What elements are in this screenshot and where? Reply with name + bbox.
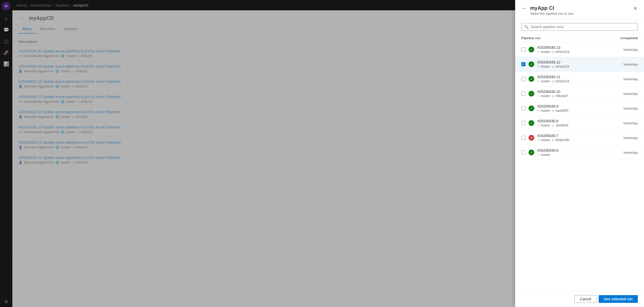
modal-close-button[interactable]: ✕ (633, 10, 638, 12)
run-list-item[interactable]: ✓ ✓ #20200430.12 ⑂ master ◇ b43a1516 Yes… (515, 57, 644, 72)
modal-overlay: ← myApp CI Select the pipeline run to us… (12, 10, 644, 307)
run-checkbox[interactable] (521, 92, 525, 96)
run-info: #20200430.8 ⑂ master ◇ 16ef49c9 (537, 119, 609, 127)
search-box: 🔍 (521, 23, 638, 31)
run-list-item[interactable]: ✓ #20200430.6 ⑂ master Yesterday (515, 145, 644, 160)
run-branch: master (541, 94, 550, 98)
run-meta: ⑂ master ◇ b43a1516 (537, 79, 609, 83)
run-number: #20200430.6 (537, 148, 609, 152)
run-commit: b43a1516 (556, 50, 569, 54)
run-commit: 16ef49c9 (556, 124, 568, 127)
run-completed: Yesterday (612, 151, 638, 155)
run-status-success-icon: ✓ (529, 106, 534, 111)
run-info: #20200430.10 ⑂ master ◇ c9bc0af7 (537, 90, 609, 98)
modal-title-block: myApp CI Select the pipeline run to use (530, 10, 633, 15)
run-completed: Yesterday (612, 77, 638, 81)
run-completed: Yesterday (612, 136, 638, 140)
branch-icon: ⑂ (537, 50, 539, 54)
run-completed: Yesterday (612, 107, 638, 110)
run-meta: ⑂ master ◇ b43a1516 (537, 50, 609, 54)
run-info: #20200430.7 ⑂ master ◇ 80db478b (537, 134, 609, 142)
run-commit: b43a1516 (556, 65, 569, 68)
commit-icon: ◇ (552, 50, 554, 54)
run-completed: Yesterday (612, 48, 638, 52)
run-list-item[interactable]: ✕ #20200430.7 ⑂ master ◇ 80db478b Yester… (515, 131, 644, 145)
content-area: ← myAppCD Runs Branches Analytics Descri… (12, 10, 644, 307)
run-number: #20200430.9 (537, 104, 609, 108)
run-status-failed-icon: ✕ (529, 135, 534, 141)
run-info: #20200430.9 ⑂ master ◇ eaa406f3 (537, 104, 609, 112)
run-branch: master (541, 153, 550, 157)
run-meta: ⑂ master ◇ 80db478b (537, 138, 609, 142)
run-branch: master (541, 50, 550, 54)
run-meta: ⑂ master ◇ b43a1516 (537, 65, 609, 68)
branch-icon: ⑂ (537, 124, 539, 127)
modal-panel: ← myApp CI Select the pipeline run to us… (515, 10, 644, 307)
run-number: #20200430.11 (537, 75, 609, 79)
search-icon: 🔍 (524, 25, 529, 29)
branch-icon: ⑂ (537, 109, 539, 112)
search-input[interactable] (531, 25, 635, 29)
modal-back-button[interactable]: ← (521, 10, 527, 12)
main-container: mseng / AzureDevOps / Pipelines / myAppC… (12, 0, 644, 307)
run-info: #20200430.12 ⑂ master ◇ b43a1516 (537, 60, 609, 68)
run-checkbox[interactable] (521, 136, 525, 140)
run-number: #20200430.12 (537, 60, 609, 64)
modal-title: myApp CI (530, 10, 633, 11)
run-list-item[interactable]: ✓ #20200430.13 ⑂ master ◇ b43a1516 Yeste… (515, 42, 644, 57)
run-commit: c9bc0af7 (556, 94, 568, 98)
run-checkbox[interactable] (521, 150, 525, 155)
run-list-item[interactable]: ✓ #20200430.8 ⑂ master ◇ 16ef49c9 Yester… (515, 116, 644, 131)
run-checkbox[interactable] (521, 77, 525, 81)
modal-run-list: ✓ #20200430.13 ⑂ master ◇ b43a1516 Yeste… (515, 42, 644, 291)
run-checkbox[interactable]: ✓ (521, 62, 525, 66)
run-status-success-icon: ✓ (529, 76, 534, 82)
run-status-success-icon: ✓ (529, 120, 534, 126)
run-list-item[interactable]: ✓ #20200430.9 ⑂ master ◇ eaa406f3 Yester… (515, 101, 644, 116)
branch-icon: ⑂ (537, 153, 539, 157)
run-list-item[interactable]: ✓ #20200430.11 ⑂ master ◇ b43a1516 Yeste… (515, 72, 644, 86)
commit-icon: ◇ (552, 65, 554, 68)
run-completed: Yesterday (612, 62, 638, 66)
run-number: #20200430.10 (537, 90, 609, 94)
commit-icon: ◇ (552, 79, 554, 83)
run-info: #20200430.13 ⑂ master ◇ b43a1516 (537, 45, 609, 54)
run-completed: Yesterday (612, 92, 638, 96)
run-commit: b43a1516 (556, 79, 569, 83)
run-meta: ⑂ master ◇ eaa406f3 (537, 109, 609, 112)
run-branch: master (541, 109, 550, 112)
branch-icon: ⑂ (537, 94, 539, 98)
use-selected-run-button[interactable]: Use selected run (599, 295, 638, 303)
list-header-run: Pipeline run (521, 36, 612, 40)
run-branch: master (541, 65, 550, 68)
run-branch: master (541, 138, 550, 142)
run-commit: 80db478b (556, 138, 569, 142)
branch-icon: ⑂ (537, 138, 539, 142)
run-status-success-icon: ✓ (529, 61, 534, 67)
run-info: #20200430.6 ⑂ master (537, 148, 609, 157)
run-checkbox[interactable] (521, 47, 525, 52)
run-completed: Yesterday (612, 121, 638, 125)
run-list-item[interactable]: ✓ #20200430.10 ⑂ master ◇ c9bc0af7 Yeste… (515, 86, 644, 101)
run-branch: master (541, 124, 550, 127)
run-checkbox[interactable] (521, 121, 525, 125)
modal-subtitle: Select the pipeline run to use (530, 12, 633, 15)
cancel-button[interactable]: Cancel (574, 295, 597, 303)
run-status-success-icon: ✓ (529, 150, 534, 155)
run-status-success-icon: ✓ (529, 91, 534, 96)
run-status-success-icon: ✓ (529, 47, 534, 52)
run-info: #20200430.11 ⑂ master ◇ b43a1516 (537, 75, 609, 83)
run-number: #20200430.13 (537, 45, 609, 50)
modal-header: ← myApp CI Select the pipeline run to us… (515, 10, 644, 20)
run-meta: ⑂ master ◇ 16ef49c9 (537, 124, 609, 127)
run-number: #20200430.8 (537, 119, 609, 123)
run-number: #20200430.7 (537, 134, 609, 138)
commit-icon: ◇ (552, 124, 554, 127)
run-commit: eaa406f3 (556, 109, 568, 112)
commit-icon: ◇ (552, 94, 554, 98)
branch-icon: ⑂ (537, 65, 539, 68)
branch-icon: ⑂ (537, 79, 539, 83)
run-meta: ⑂ master ◇ c9bc0af7 (537, 94, 609, 98)
commit-icon: ◇ (552, 138, 554, 142)
run-checkbox[interactable] (521, 106, 525, 110)
